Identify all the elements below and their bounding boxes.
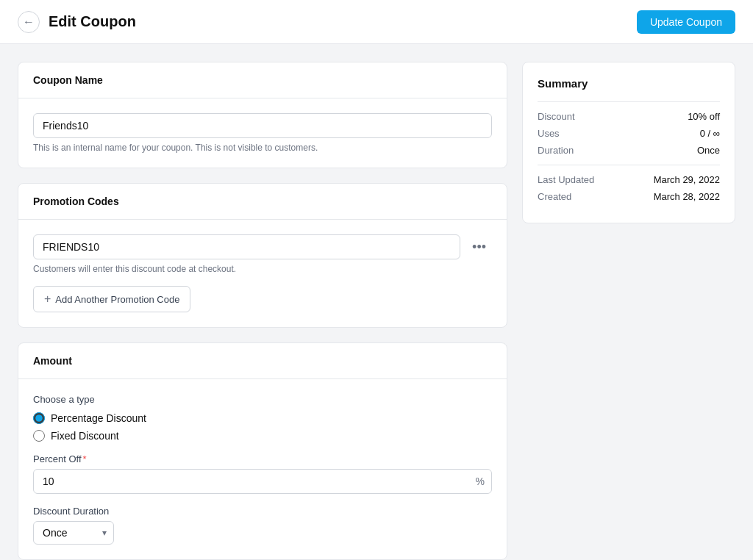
summary-key-last-updated: Last Updated xyxy=(538,174,594,185)
summary-val-last-updated: March 29, 2022 xyxy=(654,174,720,185)
summary-val-discount: 10% off xyxy=(688,111,720,122)
dots-icon: ••• xyxy=(472,240,486,255)
coupon-name-helper: This is an internal name for your coupon… xyxy=(33,143,492,153)
add-promo-label: Add Another Promotion Code xyxy=(55,294,179,305)
amount-card-header: Amount xyxy=(18,343,507,379)
add-promo-button[interactable]: + Add Another Promotion Code xyxy=(33,286,190,312)
choose-type-label: Choose a type xyxy=(33,394,492,405)
promo-code-row: ••• xyxy=(33,234,492,259)
page-title: Edit Coupon xyxy=(49,13,136,30)
promotion-codes-card-header: Promotion Codes xyxy=(18,184,507,220)
percent-off-wrapper: % xyxy=(33,469,492,494)
coupon-name-card: Coupon Name This is an internal name for… xyxy=(18,62,507,168)
percent-off-label: Percent Off* xyxy=(33,453,492,464)
duration-select[interactable]: Once Forever Repeating xyxy=(33,521,114,545)
back-icon: ← xyxy=(23,15,35,29)
summary-val-created: March 28, 2022 xyxy=(654,191,720,202)
summary-key-discount: Discount xyxy=(538,111,575,122)
discount-duration-label: Discount Duration xyxy=(33,506,492,517)
update-coupon-button[interactable]: Update Coupon xyxy=(637,10,735,34)
fixed-discount-label: Fixed Discount xyxy=(51,430,119,442)
page-header: ← Edit Coupon Update Coupon xyxy=(0,0,753,44)
amount-card: Amount Choose a type Percentage Discount… xyxy=(18,342,507,560)
summary-row-discount: Discount 10% off xyxy=(538,111,720,122)
promo-code-options-button[interactable]: ••• xyxy=(466,237,492,258)
discount-type-group: Percentage Discount Fixed Discount xyxy=(33,412,492,442)
fixed-discount-radio[interactable] xyxy=(33,430,45,442)
summary-val-uses: 0 / ∞ xyxy=(700,128,720,139)
coupon-name-title: Coupon Name xyxy=(33,74,103,86)
promo-code-input[interactable] xyxy=(33,234,460,259)
promotion-codes-title: Promotion Codes xyxy=(33,195,119,207)
percentage-discount-label: Percentage Discount xyxy=(51,412,146,424)
header-left: ← Edit Coupon xyxy=(18,11,136,33)
percentage-discount-option[interactable]: Percentage Discount xyxy=(33,412,492,424)
summary-divider-bottom xyxy=(538,165,720,165)
amount-title: Amount xyxy=(33,355,72,367)
summary-row-duration: Duration Once xyxy=(538,145,720,156)
summary-key-duration: Duration xyxy=(538,145,574,156)
right-column: Summary Discount 10% off Uses 0 / ∞ Dura… xyxy=(522,62,735,223)
promotion-codes-card: Promotion Codes ••• Customers will enter… xyxy=(18,183,507,328)
percentage-discount-radio[interactable] xyxy=(33,412,45,424)
left-column: Coupon Name This is an internal name for… xyxy=(18,62,507,560)
summary-card: Summary Discount 10% off Uses 0 / ∞ Dura… xyxy=(522,62,735,223)
coupon-name-card-header: Coupon Name xyxy=(18,62,507,98)
percent-off-input[interactable] xyxy=(33,469,492,494)
promo-code-helper: Customers will enter this discount code … xyxy=(33,264,492,274)
required-star: * xyxy=(83,453,87,464)
summary-divider-top xyxy=(538,101,720,102)
back-button[interactable]: ← xyxy=(18,11,40,33)
duration-select-wrapper: Once Forever Repeating ▾ xyxy=(33,521,114,545)
summary-row-last-updated: Last Updated March 29, 2022 xyxy=(538,174,720,185)
summary-row-created: Created March 28, 2022 xyxy=(538,191,720,202)
main-content: Coupon Name This is an internal name for… xyxy=(0,44,753,560)
summary-key-uses: Uses xyxy=(538,128,560,139)
plus-icon: + xyxy=(44,292,51,306)
summary-row-uses: Uses 0 / ∞ xyxy=(538,128,720,139)
coupon-name-input[interactable] xyxy=(33,113,492,138)
summary-key-created: Created xyxy=(538,191,571,202)
coupon-name-card-body: This is an internal name for your coupon… xyxy=(18,98,507,168)
amount-card-body: Choose a type Percentage Discount Fixed … xyxy=(18,379,507,559)
summary-title: Summary xyxy=(538,77,720,90)
promotion-codes-card-body: ••• Customers will enter this discount c… xyxy=(18,220,507,327)
fixed-discount-option[interactable]: Fixed Discount xyxy=(33,430,492,442)
summary-val-duration: Once xyxy=(697,145,720,156)
percent-symbol: % xyxy=(476,475,485,487)
